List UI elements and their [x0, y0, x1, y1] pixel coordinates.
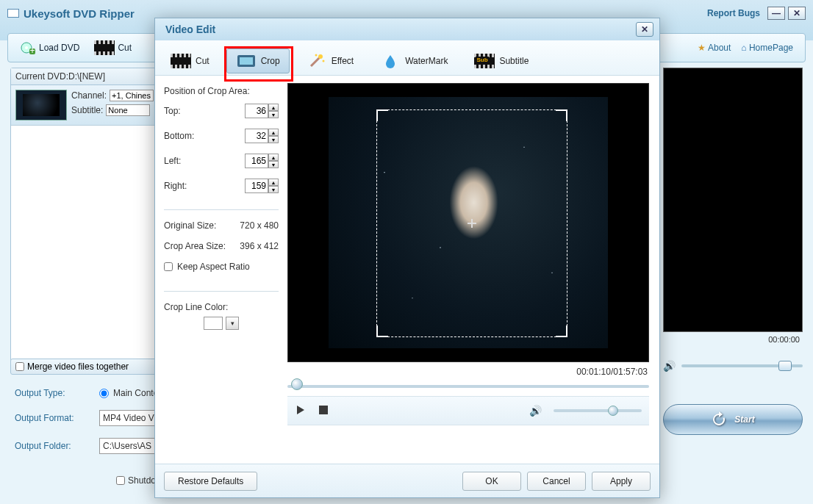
- right-spinner[interactable]: ▲▼: [245, 179, 279, 193]
- tab-watermark[interactable]: WaterMark: [370, 48, 457, 73]
- dialog-tabs: Cut Crop Effect WaterMark Sub Subtitle: [155, 40, 659, 76]
- seek-slider[interactable]: [287, 385, 649, 388]
- cancel-button[interactable]: Cancel: [527, 472, 586, 491]
- svg-point-6: [318, 54, 323, 59]
- crop-position-header: Position of Crop Area:: [164, 86, 279, 96]
- svg-rect-5: [240, 57, 253, 65]
- output-folder-label: Output Folder:: [15, 441, 85, 451]
- dvd-thumbnail: [15, 90, 67, 120]
- dialog-title: Video Edit: [165, 24, 215, 35]
- apply-button[interactable]: Apply: [592, 472, 651, 491]
- tab-crop[interactable]: Crop: [226, 48, 290, 73]
- crop-line-color-label: Crop Line Color:: [164, 302, 279, 312]
- main-preview-time: 00:00:00: [768, 335, 800, 344]
- bottom-label: Bottom:: [164, 131, 204, 141]
- crop-area-label: Crop Area Size:: [164, 241, 226, 251]
- app-title: Ukeysoft DVD Ripper: [24, 7, 135, 20]
- shutdown-checkbox[interactable]: [116, 476, 125, 485]
- load-dvd-label: Load DVD: [39, 43, 79, 53]
- about-link[interactable]: ★ About: [698, 43, 731, 53]
- crop-handle-br[interactable]: [556, 325, 567, 337]
- down-arrow-icon[interactable]: ▼: [268, 186, 279, 193]
- tab-effect[interactable]: Effect: [297, 48, 363, 73]
- restore-defaults-button[interactable]: Restore Defaults: [164, 472, 257, 491]
- crop-line-color-swatch: [204, 317, 223, 330]
- svg-point-8: [315, 54, 317, 56]
- crop-area-value: 396 x 412: [240, 241, 279, 251]
- crop-handle-tr[interactable]: [556, 109, 567, 121]
- merge-checkbox[interactable]: [15, 362, 24, 371]
- output-type-label: Output Type:: [15, 388, 85, 398]
- play-button[interactable]: [295, 404, 307, 418]
- subtitle-icon: Sub: [474, 54, 495, 68]
- speaker-icon: 🔊: [529, 405, 542, 417]
- total-time: 01:57:03: [613, 367, 648, 377]
- keep-aspect-checkbox[interactable]: [164, 262, 173, 271]
- svg-text:+: +: [29, 46, 35, 54]
- home-icon: ⌂: [741, 43, 746, 53]
- svg-point-7: [322, 60, 324, 62]
- tab-cut[interactable]: Cut: [161, 48, 219, 73]
- output-format-label: Output Format:: [15, 413, 85, 423]
- channel-field[interactable]: [110, 90, 154, 101]
- load-dvd-button[interactable]: + Load DVD: [12, 38, 87, 57]
- main-volume-slider[interactable]: [681, 364, 803, 367]
- crop-handle-tl[interactable]: [376, 109, 388, 121]
- wand-icon: [307, 54, 327, 68]
- top-spinner[interactable]: ▲▼: [245, 104, 279, 118]
- crop-handle-bl[interactable]: [376, 325, 388, 337]
- cut-button[interactable]: Cut: [87, 37, 139, 58]
- close-button[interactable]: ✕: [788, 7, 806, 20]
- original-size-label: Original Size:: [164, 220, 216, 231]
- merge-label: Merge video files together: [27, 361, 129, 372]
- original-size-value: 720 x 480: [240, 220, 279, 231]
- stop-button[interactable]: [318, 405, 329, 417]
- top-label: Top:: [164, 106, 204, 116]
- up-arrow-icon[interactable]: ▲: [268, 179, 279, 186]
- channel-label: Channel:: [71, 90, 107, 101]
- crop-preview[interactable]: [287, 83, 649, 362]
- minimize-button[interactable]: —: [767, 7, 785, 20]
- crop-rectangle[interactable]: [376, 109, 567, 337]
- right-input[interactable]: [245, 179, 268, 193]
- preview-time-row: 00:01:10 / 01:57:03: [287, 362, 649, 378]
- tab-subtitle[interactable]: Sub Subtitle: [465, 48, 538, 73]
- up-arrow-icon[interactable]: ▲: [268, 104, 279, 111]
- crop-settings-panel: Position of Crop Area: Top: ▲▼ Bottom: ▲…: [155, 76, 287, 464]
- subtitle-field[interactable]: [106, 104, 150, 116]
- down-arrow-icon[interactable]: ▼: [268, 136, 279, 143]
- film-icon: [171, 54, 191, 68]
- speaker-icon: 🔊: [663, 360, 676, 372]
- dialog-footer: Restore Defaults OK Cancel Apply: [155, 464, 659, 497]
- ok-button[interactable]: OK: [462, 472, 521, 491]
- down-arrow-icon[interactable]: ▼: [268, 161, 279, 168]
- preview-volume-slider[interactable]: [554, 409, 642, 412]
- down-arrow-icon[interactable]: ▼: [268, 111, 279, 118]
- crop-preview-panel: 00:01:10 / 01:57:03 🔊: [287, 76, 659, 464]
- film-icon: [94, 40, 115, 55]
- dialog-titlebar: Video Edit ✕: [155, 18, 659, 40]
- crop-line-color-dropdown[interactable]: ▾: [226, 317, 239, 330]
- main-volume-row: 🔊: [663, 360, 803, 372]
- current-time: 00:01:10: [576, 367, 611, 377]
- cut-label: Cut: [118, 43, 132, 53]
- start-button[interactable]: Start: [663, 404, 803, 435]
- left-spinner[interactable]: ▲▼: [245, 154, 279, 168]
- top-input[interactable]: [245, 104, 268, 118]
- crop-icon: [236, 54, 257, 68]
- bottom-input[interactable]: [245, 129, 268, 143]
- main-preview: [663, 68, 803, 332]
- up-arrow-icon[interactable]: ▲: [268, 154, 279, 161]
- video-edit-dialog: Video Edit ✕ Cut Crop Effect WaterMark S…: [154, 18, 660, 498]
- output-type-radio[interactable]: [99, 389, 109, 398]
- subtitle-label: Subtitle:: [71, 105, 103, 115]
- homepage-link[interactable]: ⌂ HomePage: [741, 43, 793, 53]
- water-icon: [380, 54, 401, 68]
- up-arrow-icon[interactable]: ▲: [268, 129, 279, 136]
- bottom-spinner[interactable]: ▲▼: [245, 129, 279, 143]
- right-label: Right:: [164, 181, 204, 191]
- left-input[interactable]: [245, 154, 268, 168]
- dialog-close-button[interactable]: ✕: [636, 22, 653, 37]
- crop-center-icon: [468, 219, 476, 228]
- report-bugs-link[interactable]: Report Bugs: [707, 8, 760, 18]
